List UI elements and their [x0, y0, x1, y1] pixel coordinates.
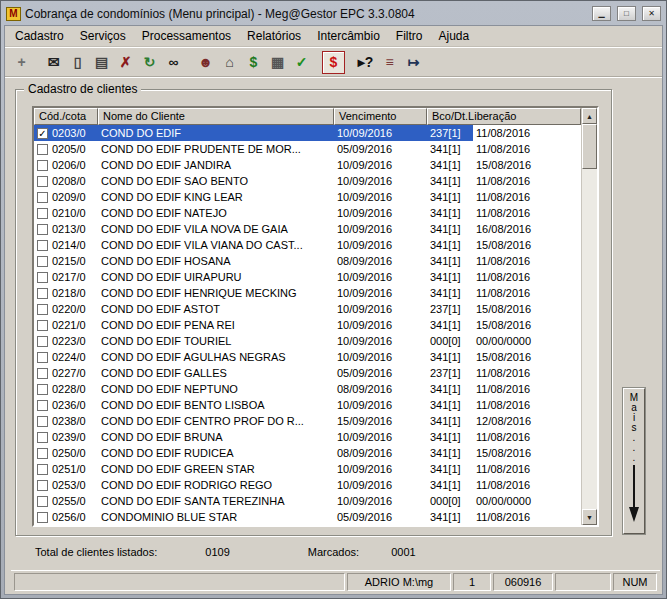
- row-checkbox[interactable]: [37, 272, 48, 283]
- table-row[interactable]: 0253/0COND DO EDIF RODRIGO REGO10/09/201…: [34, 477, 581, 493]
- add-button[interactable]: +: [10, 51, 33, 74]
- row-checkbox[interactable]: [37, 176, 48, 187]
- mais-button[interactable]: Mais...: [623, 388, 645, 534]
- checklist-button[interactable]: ✓: [290, 51, 313, 74]
- table-row[interactable]: 0221/0COND DO EDIF PENA REI10/09/2016341…: [34, 317, 581, 333]
- charge-dollar-button[interactable]: $: [322, 51, 345, 74]
- scroll-thumb[interactable]: [582, 124, 597, 169]
- table-row[interactable]: 0236/0COND DO EDIF BENTO LISBOA10/09/201…: [34, 397, 581, 413]
- column-header-1[interactable]: Cód./cota: [34, 108, 98, 125]
- refresh-button[interactable]: ↻: [138, 51, 161, 74]
- row-checkbox[interactable]: [37, 384, 48, 395]
- table-row[interactable]: 0217/0COND DO EDIF UIRAPURU10/09/2016341…: [34, 269, 581, 285]
- row-checkbox[interactable]: [37, 400, 48, 411]
- row-checkbox[interactable]: [37, 448, 48, 459]
- minimize-button[interactable]: ▁: [592, 6, 611, 21]
- home-button[interactable]: ⌂: [218, 51, 241, 74]
- table-row[interactable]: 0213/0COND DO EDIF VILA NOVA DE GAIA10/0…: [34, 221, 581, 237]
- row-checkbox[interactable]: [37, 304, 48, 315]
- mail-button[interactable]: ✉: [42, 51, 65, 74]
- table-row[interactable]: 0206/0COND DO EDIF JANDIRA10/09/2016341[…: [34, 157, 581, 173]
- row-checkbox[interactable]: [37, 256, 48, 267]
- delete-button[interactable]: ✗: [114, 51, 137, 74]
- table-row[interactable]: 0227/0COND DO EDIF GALLES05/09/2016237[1…: [34, 365, 581, 381]
- code-cell: 0228/0: [34, 381, 98, 397]
- table-scrollbar[interactable]: ▲ ▼: [581, 108, 597, 525]
- table-row[interactable]: 0223/0COND DO EDIF TOURIEL10/09/2016000[…: [34, 333, 581, 349]
- scroll-track[interactable]: [582, 124, 597, 509]
- row-checkbox[interactable]: [37, 160, 48, 171]
- search-binoculars-button[interactable]: ∞: [162, 51, 185, 74]
- row-checkbox[interactable]: [37, 224, 48, 235]
- table-row[interactable]: 0209/0COND DO EDIF KING LEAR10/09/201634…: [34, 189, 581, 205]
- column-header-4[interactable]: Bco/Dt.Liberação: [427, 108, 581, 125]
- table-row[interactable]: 0220/0COND DO EDIF ASTOT10/09/2016237[1]…: [34, 301, 581, 317]
- client-code: 0238/0: [52, 413, 86, 429]
- column-header-2[interactable]: Nome do Cliente: [98, 108, 334, 125]
- client-code: 0227/0: [52, 365, 86, 381]
- menu-item-intercambio[interactable]: Intercâmbio: [309, 27, 388, 45]
- table-row[interactable]: 0215/0COND DO EDIF HOSANA08/09/2016341[1…: [34, 253, 581, 269]
- row-checkbox[interactable]: [37, 192, 48, 203]
- table-row[interactable]: 0250/0COND DO EDIF RUDICEA08/09/2016341[…: [34, 445, 581, 461]
- exit-button[interactable]: ↦: [402, 51, 425, 74]
- title-bar[interactable]: M Cobrança de condomínios (Menu principa…: [4, 4, 663, 25]
- table-row[interactable]: 0210/0COND DO EDIF NATEJO10/09/2016341[1…: [34, 205, 581, 221]
- table-row[interactable]: 0238/0COND DO EDIF CENTRO PROF DO R...15…: [34, 413, 581, 429]
- table-row[interactable]: 0251/0COND DO EDIF GREEN STAR10/09/20163…: [34, 461, 581, 477]
- row-checkbox[interactable]: [37, 464, 48, 475]
- money-button[interactable]: $: [242, 51, 265, 74]
- code-cell: 0251/0: [34, 461, 98, 477]
- code-cell: 0209/0: [34, 189, 98, 205]
- column-header-3[interactable]: Vencimento: [334, 108, 427, 125]
- menu-item-cadastro[interactable]: Cadastro: [7, 27, 72, 45]
- money-icon: $: [250, 54, 258, 70]
- row-checkbox[interactable]: ✓: [37, 128, 48, 139]
- menu-item-filtro[interactable]: Filtro: [388, 27, 431, 45]
- table-row[interactable]: 0256/0CONDOMINIO BLUE STAR05/09/2016341[…: [34, 509, 581, 525]
- row-checkbox[interactable]: [37, 144, 48, 155]
- row-checkbox[interactable]: [37, 480, 48, 491]
- row-checkbox[interactable]: [37, 416, 48, 427]
- table-row[interactable]: 0208/0COND DO EDIF SAO BENTO10/09/201634…: [34, 173, 581, 189]
- menu-item-servicos[interactable]: Serviços: [72, 27, 134, 45]
- table-row[interactable]: 0255/0COND DO EDIF SANTA TEREZINHA10/09/…: [34, 493, 581, 509]
- menu-item-processamentos[interactable]: Processamentos: [134, 27, 239, 45]
- row-checkbox[interactable]: [37, 512, 48, 523]
- liberation-date: 00/00/0000: [473, 493, 581, 509]
- client-name: COND DO EDIF NEPTUNO: [98, 381, 334, 397]
- row-checkbox[interactable]: [37, 320, 48, 331]
- row-checkbox[interactable]: [37, 496, 48, 507]
- help-button[interactable]: ▸?: [354, 51, 377, 74]
- row-checkbox[interactable]: [37, 352, 48, 363]
- row-checkbox[interactable]: [37, 208, 48, 219]
- row-checkbox[interactable]: [37, 336, 48, 347]
- row-checkbox[interactable]: [37, 240, 48, 251]
- menu-item-ajuda[interactable]: Ajuda: [431, 27, 478, 45]
- row-checkbox[interactable]: [37, 368, 48, 379]
- code-cell: 0256/0: [34, 509, 98, 525]
- table-row[interactable]: 0228/0COND DO EDIF NEPTUNO08/09/2016341[…: [34, 381, 581, 397]
- new-document-button[interactable]: ▯: [66, 51, 89, 74]
- table-row[interactable]: 0214/0COND DO EDIF VILA VIANA DO CAST...…: [34, 237, 581, 253]
- row-checkbox[interactable]: [37, 288, 48, 299]
- charge-dollar-icon: $: [330, 54, 338, 70]
- books-button[interactable]: ≡: [378, 51, 401, 74]
- close-button[interactable]: ✕: [642, 6, 661, 21]
- table-row[interactable]: 0205/0COND DO EDIF PRUDENTE DE MOR...05/…: [34, 141, 581, 157]
- scroll-up-button[interactable]: ▲: [582, 108, 597, 124]
- print-button[interactable]: ▤: [90, 51, 113, 74]
- scroll-down-button[interactable]: ▼: [582, 509, 597, 525]
- find-client-button[interactable]: ☻: [194, 51, 217, 74]
- table-row[interactable]: 0218/0COND DO EDIF HENRIQUE MECKING10/09…: [34, 285, 581, 301]
- code-cell: 0223/0: [34, 333, 98, 349]
- table-row[interactable]: ✓0203/0COND DO EDIF10/09/2016237[1]11/08…: [34, 125, 581, 141]
- maximize-button[interactable]: □: [617, 6, 636, 21]
- menu-item-relatorios[interactable]: Relatórios: [239, 27, 309, 45]
- row-checkbox[interactable]: [37, 432, 48, 443]
- table-row[interactable]: 0239/0COND DO EDIF BRUNA10/09/2016341[1]…: [34, 429, 581, 445]
- calculator-button[interactable]: ▦: [266, 51, 289, 74]
- calculator-icon: ▦: [271, 54, 284, 70]
- status-panel-4: 060916: [493, 573, 553, 591]
- table-row[interactable]: 0224/0COND DO EDIF AGULHAS NEGRAS10/09/2…: [34, 349, 581, 365]
